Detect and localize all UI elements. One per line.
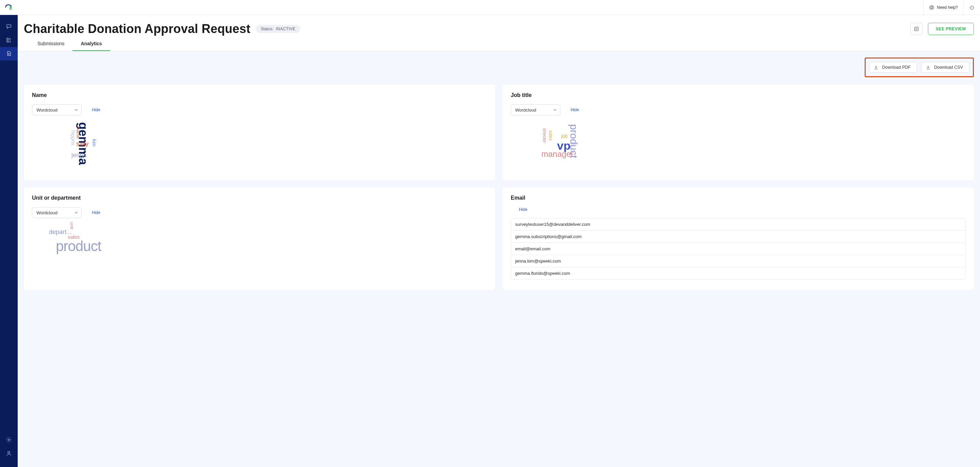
card-name-title: Name [32, 92, 487, 98]
email-row: email@email.com [511, 243, 966, 255]
nav-approvals[interactable] [0, 47, 18, 60]
wc-word: job [561, 133, 568, 138]
hide-link-unit[interactable]: Hide [92, 210, 100, 215]
email-row: surveytestuser15@devanddeliver.com [511, 218, 966, 230]
download-pdf-label: Download PDF [882, 65, 911, 70]
download-pdf-button[interactable]: Download PDF [869, 62, 917, 73]
svg-point-2 [8, 439, 10, 441]
tab-submissions[interactable]: Submissions [29, 36, 73, 51]
page-title: Charitable Donation Approval Request [24, 22, 250, 36]
viz-select-value: Wordcloud [515, 108, 536, 113]
life-ring-icon [929, 5, 934, 10]
nav-chat[interactable] [0, 20, 18, 33]
svg-point-4 [930, 5, 934, 10]
wc-word: higgins [71, 130, 76, 145]
chevron-down-icon [75, 108, 78, 111]
svg-point-3 [8, 451, 10, 453]
viz-select-job-title[interactable]: Wordcloud [511, 105, 560, 115]
utility-bar: Need help? [18, 0, 980, 15]
wordcloud-unit: depart... unit sales product [42, 225, 110, 272]
nav-settings[interactable] [0, 433, 18, 446]
document-arrow-icon [6, 51, 12, 57]
wc-word: manager [541, 150, 574, 158]
status-label: Status: [261, 27, 273, 31]
chevron-down-icon [553, 108, 557, 111]
status-value: INACTIVE [276, 27, 296, 31]
content-area: Download PDF Download CSV Name Wordcloud [18, 51, 980, 467]
see-preview-button[interactable]: SEE PREVIEW [928, 23, 974, 35]
tabs-bar: Submissions Analytics [18, 36, 980, 51]
tab-analytics[interactable]: Analytics [73, 36, 110, 51]
sidebar-nav [0, 0, 18, 467]
card-job-title-title: Job title [511, 92, 966, 98]
hide-link-job-title[interactable]: Hide [571, 108, 579, 112]
wc-word: name [76, 127, 81, 139]
email-row: gemma.subscriptions@gmail.com [511, 230, 966, 243]
wc-word: title [571, 141, 578, 146]
card-unit-title: Unit or department [32, 195, 487, 201]
wc-word: kim [92, 139, 97, 146]
card-job-title: Job title Wordcloud Hide product vp mana… [503, 85, 974, 180]
card-email-title: Email [511, 195, 966, 201]
svg-rect-0 [7, 38, 8, 40]
help-button[interactable]: Need help? [923, 0, 963, 15]
card-unit-department: Unit or department Wordcloud Hide depart… [24, 187, 495, 290]
viz-select-unit[interactable]: Wordcloud [32, 207, 82, 218]
download-icon [926, 65, 931, 70]
wc-word: director [542, 128, 547, 143]
pencil-square-icon [914, 26, 919, 32]
wc-word: jenna [72, 152, 86, 158]
user-icon [6, 450, 12, 456]
email-row: gemma.florido@speeki.com [511, 267, 966, 279]
wc-word: sally [76, 141, 89, 147]
help-label: Need help? [937, 5, 958, 10]
power-button[interactable] [963, 0, 980, 15]
nav-profile[interactable] [0, 446, 18, 460]
wc-word: sales [549, 130, 553, 140]
download-icon [873, 65, 878, 70]
viz-select-value: Wordcloud [37, 108, 57, 113]
wordcloud-job-title: product vp manager job director sales ti… [528, 122, 596, 170]
speeki-logo-icon [5, 4, 13, 11]
status-badge: Status: INACTIVE [256, 25, 300, 33]
nav-surveys[interactable] [0, 33, 18, 47]
brand-logo[interactable] [0, 0, 18, 15]
card-email: Email Hide surveytestuser15@devanddelive… [503, 187, 974, 290]
gear-icon [6, 437, 12, 443]
chevron-down-icon [75, 211, 78, 214]
hide-link-name[interactable]: Hide [92, 108, 100, 112]
wc-word: unit [70, 222, 74, 229]
email-table: surveytestuser15@devanddeliver.com gemma… [511, 218, 966, 280]
hide-link-email[interactable]: Hide [519, 207, 527, 212]
edit-button[interactable] [910, 23, 923, 35]
chat-bubble-icon [6, 24, 12, 30]
wordcloud-name: gemma name higgins sally kim jenna [49, 122, 117, 170]
download-csv-button[interactable]: Download CSV [921, 62, 969, 73]
power-icon [969, 5, 975, 10]
viz-select-name[interactable]: Wordcloud [32, 105, 82, 115]
viz-select-value: Wordcloud [37, 210, 57, 215]
svg-rect-1 [7, 41, 8, 43]
card-name: Name Wordcloud Hide gemma name higgins s… [24, 85, 495, 180]
wc-word: product [56, 239, 101, 253]
svg-rect-6 [914, 27, 918, 31]
download-csv-label: Download CSV [934, 65, 963, 70]
email-row: jenna.kim@speeki.com [511, 255, 966, 267]
list-grid-icon [6, 37, 12, 43]
download-buttons-group: Download PDF Download CSV [865, 57, 974, 77]
svg-point-5 [931, 6, 932, 8]
page-header: Charitable Donation Approval Request Sta… [18, 15, 980, 36]
